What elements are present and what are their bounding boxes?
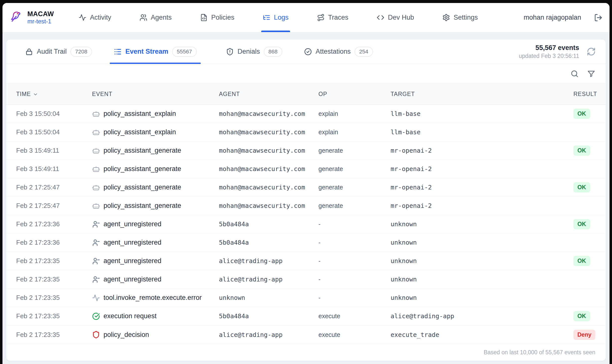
search-icon[interactable] xyxy=(570,70,579,78)
tab-denials[interactable]: Denials 868 xyxy=(222,40,286,64)
devhub-icon xyxy=(377,14,384,21)
cell-event: agent_unregistered xyxy=(92,239,219,247)
nav-item-traces[interactable]: Traces xyxy=(317,3,349,32)
table-row[interactable]: Feb 2 17:23:35 policy_decision alice@tra… xyxy=(6,325,606,344)
cell-agent: alice@trading-app xyxy=(219,331,318,338)
table-row[interactable]: Feb 3 15:49:11 policy_assistant_generate… xyxy=(6,160,606,178)
column-header-agent[interactable]: AGENT xyxy=(219,91,318,97)
event-type-icon xyxy=(92,128,100,136)
user-area: mohan rajagopalan xyxy=(524,13,603,22)
table-row[interactable]: Feb 2 17:23:35 agent_unregistered alice@… xyxy=(6,270,606,289)
cell-op: explain xyxy=(318,110,391,117)
event-type-icon xyxy=(92,312,100,320)
cell-target: alice@trading-app xyxy=(391,313,573,320)
cell-op: explain xyxy=(318,129,391,136)
event-name: agent_unregistered xyxy=(103,220,161,228)
chevron-down-icon xyxy=(33,91,38,97)
cell-target: unknown xyxy=(391,239,573,246)
cell-event: policy_assistant_generate xyxy=(92,183,219,191)
cell-time: Feb 3 15:50:04 xyxy=(16,110,92,118)
traces-icon xyxy=(317,14,325,21)
table-row[interactable]: Feb 2 17:23:36 agent_unregistered 5b0a48… xyxy=(6,215,606,233)
cell-time: Feb 2 17:23:35 xyxy=(16,257,92,265)
cell-result: OK xyxy=(573,145,596,156)
table-row[interactable]: Feb 2 17:23:35 tool.invoke_remote.execut… xyxy=(6,289,606,307)
logout-icon[interactable] xyxy=(594,13,603,22)
nav-item-dev-hub[interactable]: Dev Hub xyxy=(377,3,414,32)
table-row[interactable]: Feb 2 17:25:47 policy_assistant_generate… xyxy=(6,178,606,197)
table-body: Feb 3 15:50:04 policy_assistant_explain … xyxy=(6,105,606,344)
cell-time: Feb 2 17:23:36 xyxy=(16,220,92,228)
cell-op: execute xyxy=(318,313,391,320)
table-row[interactable]: Feb 2 17:23:35 agent_unregistered alice@… xyxy=(6,252,606,270)
event-name: policy_assistant_generate xyxy=(103,147,181,154)
column-header-time[interactable]: TIME xyxy=(16,91,92,97)
event-name: agent_unregistered xyxy=(103,275,161,283)
stream-list-icon xyxy=(114,48,122,56)
table-row[interactable]: Feb 2 17:23:36 agent_unregistered 5b0a48… xyxy=(6,233,606,252)
tab-count-badge: 7208 xyxy=(70,47,92,57)
logs-icon xyxy=(263,14,270,21)
tab-attestations[interactable]: Attestations 254 xyxy=(300,40,377,64)
column-header-event[interactable]: EVENT xyxy=(92,91,219,97)
cell-time: Feb 3 15:50:04 xyxy=(16,128,92,136)
cell-event: policy_assistant_explain xyxy=(92,110,219,118)
table-row[interactable]: Feb 2 17:25:47 policy_assistant_generate… xyxy=(6,197,606,215)
nav-item-policies[interactable]: Policies xyxy=(200,3,234,32)
cell-target: llm-base xyxy=(391,110,573,117)
table-row[interactable]: Feb 3 15:49:11 policy_assistant_generate… xyxy=(6,141,606,160)
topbar: MACAW mr-test-1 Activity Agents Policies… xyxy=(2,3,610,32)
event-type-icon xyxy=(92,239,100,247)
refresh-icon[interactable] xyxy=(587,47,596,56)
event-type-icon xyxy=(92,110,100,118)
lock-icon xyxy=(25,48,33,56)
result-badge: OK xyxy=(573,256,590,266)
cell-op: - xyxy=(318,221,391,228)
table-row[interactable]: Feb 3 15:50:04 policy_assistant_explain … xyxy=(6,123,606,141)
cell-agent: mohan@macawsecurity.com xyxy=(219,147,318,154)
event-type-icon xyxy=(92,294,100,302)
column-header-result[interactable]: RESULT xyxy=(573,91,597,97)
cell-agent: 5b0a484a xyxy=(219,221,318,228)
filter-icon[interactable] xyxy=(587,70,595,78)
event-name: agent_unregistered xyxy=(103,239,161,246)
table-row[interactable]: Feb 3 15:50:04 policy_assistant_explain … xyxy=(6,105,606,123)
table-row[interactable]: Feb 2 17:23:35 execution request 5b0a484… xyxy=(6,307,606,325)
tab-event-stream[interactable]: Event Stream 55567 xyxy=(110,40,201,64)
user-name[interactable]: mohan rajagopalan xyxy=(524,14,581,21)
cell-op: generate xyxy=(318,165,391,173)
cell-time: Feb 2 17:23:36 xyxy=(16,239,92,246)
nav-item-logs[interactable]: Logs xyxy=(263,3,289,32)
result-badge: Deny xyxy=(573,330,595,340)
nav-item-agents[interactable]: Agents xyxy=(140,3,172,32)
column-header-op[interactable]: OP xyxy=(318,91,391,97)
cell-event: agent_unregistered xyxy=(92,275,219,283)
event-name: tool.invoke_remote.execute.error xyxy=(103,294,202,302)
cell-target: mr-openai-2 xyxy=(391,147,573,154)
event-name: policy_assistant_generate xyxy=(103,183,181,191)
event-name: policy_decision xyxy=(103,331,149,339)
tab-audit-trail[interactable]: Audit Trail 7208 xyxy=(21,40,96,64)
tab-count-badge: 55567 xyxy=(172,47,197,57)
environment-name: mr-test-1 xyxy=(27,18,54,25)
event-type-icon xyxy=(92,220,100,228)
cell-time: Feb 2 17:23:35 xyxy=(16,275,92,283)
nav-item-activity[interactable]: Activity xyxy=(79,3,111,32)
event-name: policy_assistant_generate xyxy=(103,202,181,210)
events-total: 55,567 events xyxy=(519,44,579,52)
cell-result: OK xyxy=(573,219,596,229)
topnav-items: Activity Agents Policies Logs Traces Dev… xyxy=(79,3,478,32)
cell-agent: mohan@macawsecurity.com xyxy=(219,184,318,191)
event-name: policy_assistant_explain xyxy=(103,110,176,118)
event-type-icon xyxy=(92,165,100,173)
events-updated: updated Feb 3 20:56:11 xyxy=(519,53,579,59)
column-header-target[interactable]: TARGET xyxy=(391,91,573,97)
event-type-icon xyxy=(92,202,100,210)
cell-target: execute_trade xyxy=(391,331,573,338)
brand[interactable]: MACAW mr-test-1 xyxy=(9,10,54,25)
result-badge: OK xyxy=(573,311,590,321)
cell-event: policy_assistant_generate xyxy=(92,202,219,210)
shield-alert-icon xyxy=(226,48,234,56)
event-type-icon xyxy=(92,183,100,191)
nav-item-settings[interactable]: Settings xyxy=(442,3,478,32)
